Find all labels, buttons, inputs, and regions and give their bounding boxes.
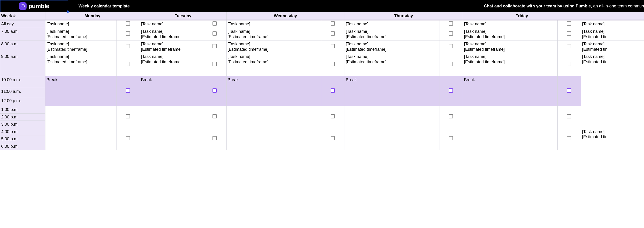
checkbox-cell[interactable] xyxy=(203,40,226,53)
checkbox-icon[interactable] xyxy=(126,31,130,36)
checkbox-icon[interactable] xyxy=(212,62,217,66)
break-cell[interactable]: Break xyxy=(226,76,321,106)
break-cell[interactable]: Break xyxy=(140,76,203,106)
task-cell[interactable]: [Task name] xyxy=(140,20,203,28)
task-cell[interactable] xyxy=(345,128,440,150)
checkbox-icon[interactable] xyxy=(126,44,130,48)
checkbox-icon[interactable] xyxy=(330,88,335,93)
checkbox-cell[interactable] xyxy=(439,128,463,150)
checkbox-cell[interactable] xyxy=(116,40,140,53)
task-cell[interactable]: [Task name] [Estimated timeframe] xyxy=(463,28,558,40)
checkbox-cell[interactable] xyxy=(321,40,344,53)
break-cell[interactable]: Break xyxy=(46,76,116,106)
checkbox-icon[interactable] xyxy=(212,44,217,48)
task-cell[interactable]: [Task name] [Estimated timeframe xyxy=(140,53,203,76)
checkbox-icon[interactable] xyxy=(330,136,335,140)
checkbox-icon[interactable] xyxy=(126,136,130,140)
checkbox-icon[interactable] xyxy=(567,21,571,25)
checkbox-cell[interactable] xyxy=(439,76,463,106)
checkbox-cell[interactable] xyxy=(557,53,581,76)
checkbox-cell[interactable] xyxy=(439,28,463,40)
checkbox-icon[interactable] xyxy=(567,88,571,93)
checkbox-icon[interactable] xyxy=(449,88,453,93)
checkbox-cell[interactable] xyxy=(203,76,226,106)
checkbox-icon[interactable] xyxy=(330,62,335,66)
break-cell[interactable]: Break xyxy=(345,76,440,106)
task-cell[interactable] xyxy=(226,128,321,150)
checkbox-icon[interactable] xyxy=(126,114,130,118)
checkbox-icon[interactable] xyxy=(449,21,453,25)
checkbox-cell[interactable] xyxy=(439,40,463,53)
checkbox-icon[interactable] xyxy=(567,62,571,66)
checkbox-cell[interactable] xyxy=(557,28,581,40)
checkbox-cell[interactable] xyxy=(116,28,140,40)
checkbox-cell[interactable] xyxy=(321,20,344,28)
checkbox-cell[interactable] xyxy=(321,28,344,40)
checkbox-icon[interactable] xyxy=(330,114,335,118)
task-cell[interactable]: [Task name] [Estimated timeframe] xyxy=(345,53,440,76)
logo-cell[interactable]: pumble xyxy=(0,0,68,12)
task-cell[interactable] xyxy=(140,128,203,150)
task-cell[interactable] xyxy=(226,106,321,128)
checkbox-cell[interactable] xyxy=(439,106,463,128)
task-cell[interactable] xyxy=(581,76,644,106)
checkbox-cell[interactable] xyxy=(557,106,581,128)
checkbox-cell[interactable] xyxy=(203,28,226,40)
checkbox-cell[interactable] xyxy=(116,53,140,76)
checkbox-icon[interactable] xyxy=(567,31,571,36)
checkbox-cell[interactable] xyxy=(439,20,463,28)
checkbox-icon[interactable] xyxy=(567,136,571,140)
task-cell[interactable]: [Task name] [Estimated timeframe] xyxy=(463,40,558,53)
break-cell[interactable]: Break xyxy=(463,76,558,106)
checkbox-cell[interactable] xyxy=(557,40,581,53)
task-cell[interactable]: [Task name] [Estimated timeframe xyxy=(140,28,203,40)
checkbox-icon[interactable] xyxy=(567,114,571,118)
checkbox-cell[interactable] xyxy=(321,53,344,76)
checkbox-cell[interactable] xyxy=(203,106,226,128)
checkbox-icon[interactable] xyxy=(449,114,453,118)
checkbox-cell[interactable] xyxy=(557,76,581,106)
checkbox-cell[interactable] xyxy=(116,106,140,128)
task-cell[interactable] xyxy=(463,106,558,128)
checkbox-cell[interactable] xyxy=(203,20,226,28)
checkbox-icon[interactable] xyxy=(449,136,453,140)
checkbox-cell[interactable] xyxy=(203,128,226,150)
checkbox-icon[interactable] xyxy=(212,21,217,25)
checkbox-cell[interactable] xyxy=(116,128,140,150)
task-cell[interactable]: [Task name] [Estimated tin xyxy=(581,40,644,53)
task-cell[interactable]: [Task name] [Estimated timeframe] xyxy=(226,53,321,76)
checkbox-cell[interactable] xyxy=(321,106,344,128)
task-cell[interactable] xyxy=(463,128,558,150)
checkbox-icon[interactable] xyxy=(449,62,453,66)
task-cell[interactable]: [Task name] [Estimated timeframe] xyxy=(46,40,116,53)
checkbox-icon[interactable] xyxy=(212,136,217,140)
task-cell[interactable] xyxy=(345,106,440,128)
task-cell[interactable]: [Task name] [Estimated timeframe] xyxy=(345,28,440,40)
task-cell[interactable] xyxy=(140,106,203,128)
task-cell[interactable]: [Task name] xyxy=(581,20,644,28)
task-cell[interactable]: [Task name] xyxy=(345,20,440,28)
task-cell[interactable] xyxy=(581,106,644,128)
checkbox-icon[interactable] xyxy=(126,62,130,66)
checkbox-cell[interactable] xyxy=(439,53,463,76)
checkbox-cell[interactable] xyxy=(557,128,581,150)
task-cell[interactable] xyxy=(46,106,116,128)
promo-link[interactable]: Chat and collaborate with your team by u… xyxy=(484,4,644,8)
checkbox-icon[interactable] xyxy=(449,31,453,36)
task-cell[interactable]: [Task name] [Estimated timeframe] xyxy=(226,40,321,53)
task-cell[interactable]: [Task name] [Estimated timeframe] xyxy=(463,53,558,76)
task-cell[interactable]: [Task name] [Estimated timeframe] xyxy=(46,53,116,76)
checkbox-cell[interactable] xyxy=(557,20,581,28)
task-cell[interactable]: [Task name] [Estimated timeframe] xyxy=(345,40,440,53)
checkbox-cell[interactable] xyxy=(203,53,226,76)
task-cell[interactable]: [Task name] [Estimated timeframe] xyxy=(46,28,116,40)
task-cell[interactable]: [Task name] [Estimated tin xyxy=(581,53,644,76)
task-cell[interactable]: [Task name] xyxy=(226,20,321,28)
task-cell[interactable]: [Task name] [Estimated timeframe] xyxy=(226,28,321,40)
task-cell[interactable]: [Task name] [Estimated timeframe xyxy=(140,40,203,53)
checkbox-icon[interactable] xyxy=(212,114,217,118)
checkbox-icon[interactable] xyxy=(126,88,130,93)
task-cell[interactable]: [Task name] [Estimated tin xyxy=(581,128,644,150)
checkbox-icon[interactable] xyxy=(126,21,130,25)
task-cell[interactable] xyxy=(46,128,116,150)
